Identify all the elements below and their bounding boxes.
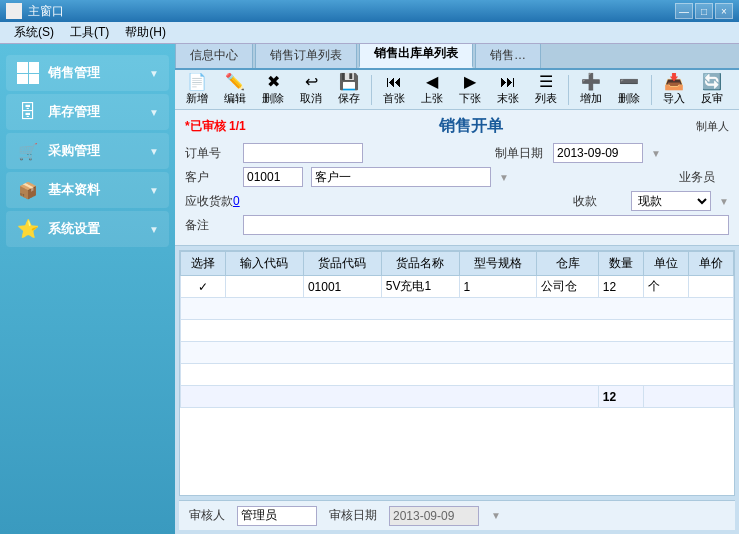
title-bar: 主窗口 — □ × bbox=[0, 0, 739, 22]
payment-select[interactable]: 现款 bbox=[631, 191, 711, 211]
content-inner: 选择 输入代码 货品代码 货品名称 型号规格 仓库 数量 单位 单价 bbox=[175, 246, 739, 534]
col-price: 单价 bbox=[688, 252, 733, 276]
reverse-audit-label: 反审 bbox=[701, 91, 723, 106]
sidebar-label-settings: 系统设置 bbox=[48, 220, 149, 238]
notes-label: 备注 bbox=[185, 217, 235, 234]
data-table-container[interactable]: 选择 输入代码 货品代码 货品名称 型号规格 仓库 数量 单位 单价 bbox=[179, 250, 735, 496]
tab-info-center[interactable]: 信息中心 bbox=[175, 44, 253, 68]
cancel-label: 取消 bbox=[300, 91, 322, 106]
salesperson-label: 业务员 bbox=[679, 169, 729, 186]
footer-area: 审核人 审核日期 ▼ bbox=[179, 500, 735, 530]
next-button[interactable]: ▶ 下张 bbox=[452, 71, 488, 109]
tab-sales-more[interactable]: 销售… bbox=[475, 44, 541, 68]
maximize-button[interactable]: □ bbox=[695, 3, 713, 19]
audit-date-input bbox=[389, 506, 479, 526]
notes-input[interactable] bbox=[243, 215, 729, 235]
auditor-label: 审核人 bbox=[189, 507, 225, 524]
sidebar: 销售管理 ▼ 🗄 库存管理 ▼ 🛒 采购管理 ▼ 📦 基本资料 ▼ bbox=[0, 44, 175, 534]
tab-sales-outbound[interactable]: 销售出库单列表 bbox=[359, 44, 473, 68]
chevron-down-icon-2: ▼ bbox=[149, 107, 159, 118]
main-layout: 销售管理 ▼ 🗄 库存管理 ▼ 🛒 采购管理 ▼ 📦 基本资料 ▼ bbox=[0, 44, 739, 534]
reverse-audit-button[interactable]: 🔄 反审 bbox=[694, 71, 730, 109]
minimize-button[interactable]: — bbox=[675, 3, 693, 19]
form-row-notes: 备注 bbox=[185, 215, 729, 235]
cancel-icon: ↩ bbox=[305, 74, 318, 90]
cell-input-code[interactable] bbox=[226, 276, 304, 298]
close-button[interactable]: × bbox=[715, 3, 733, 19]
chevron-down-icon: ▼ bbox=[149, 68, 159, 79]
edit-icon: ✏️ bbox=[225, 74, 245, 90]
cell-product-code: 01001 bbox=[303, 276, 381, 298]
sidebar-item-inventory[interactable]: 🗄 库存管理 ▼ bbox=[6, 94, 169, 130]
auditor-input[interactable] bbox=[237, 506, 317, 526]
delete-button[interactable]: ✖ 删除 bbox=[255, 71, 291, 109]
edit-label: 编辑 bbox=[224, 91, 246, 106]
tab-sales-order[interactable]: 销售订单列表 bbox=[255, 44, 357, 68]
edit-button[interactable]: ✏️ 编辑 bbox=[217, 71, 253, 109]
chevron-down-icon-3: ▼ bbox=[149, 146, 159, 157]
cell-qty: 12 bbox=[598, 276, 643, 298]
menu-system[interactable]: 系统(S) bbox=[6, 22, 62, 43]
table-summary-row: 12 bbox=[181, 386, 734, 408]
data-table: 选择 输入代码 货品代码 货品名称 型号规格 仓库 数量 单位 单价 bbox=[180, 251, 734, 408]
table-row-empty-3 bbox=[181, 342, 734, 364]
row-add-button[interactable]: ➕ 增加 bbox=[573, 71, 609, 109]
first-label: 首张 bbox=[383, 91, 405, 106]
box-icon: 📦 bbox=[16, 178, 40, 202]
last-button[interactable]: ⏭ 末张 bbox=[490, 71, 526, 109]
sidebar-item-sales[interactable]: 销售管理 ▼ bbox=[6, 55, 169, 91]
star-icon: ⭐ bbox=[16, 217, 40, 241]
row-delete-label: 删除 bbox=[618, 91, 640, 106]
toolbar: 📄 新增 ✏️ 编辑 ✖ 删除 ↩ 取消 💾 保存 ⏮ 首张 bbox=[175, 70, 739, 110]
window-title: 主窗口 bbox=[28, 3, 64, 20]
receivable-text: 应收货款 bbox=[185, 194, 233, 208]
list-button[interactable]: ☰ 列表 bbox=[528, 71, 564, 109]
customer-code-input[interactable] bbox=[243, 167, 303, 187]
last-label: 末张 bbox=[497, 91, 519, 106]
table-row-empty-2 bbox=[181, 320, 734, 342]
col-model: 型号规格 bbox=[459, 252, 537, 276]
sidebar-label-inventory: 库存管理 bbox=[48, 103, 149, 121]
customer-name-input[interactable] bbox=[311, 167, 491, 187]
row-add-label: 增加 bbox=[580, 91, 602, 106]
form-row-customer: 客户 ▼ 业务员 bbox=[185, 167, 729, 187]
menu-tools[interactable]: 工具(T) bbox=[62, 22, 117, 43]
sidebar-item-basic[interactable]: 📦 基本资料 ▼ bbox=[6, 172, 169, 208]
app-icon bbox=[6, 3, 22, 19]
cell-price bbox=[688, 276, 733, 298]
menu-help[interactable]: 帮助(H) bbox=[117, 22, 174, 43]
payment-label: 收款 bbox=[573, 193, 623, 210]
next-label: 下张 bbox=[459, 91, 481, 106]
cell-model: 1 bbox=[459, 276, 537, 298]
import-button[interactable]: 📥 导入 bbox=[656, 71, 692, 109]
form-row-payment: 应收货款0 收款 现款 ▼ bbox=[185, 191, 729, 211]
sidebar-label-sales: 销售管理 bbox=[48, 64, 149, 82]
form-header: *已审核 1/1 销售开单 制单人 bbox=[185, 116, 729, 137]
delete-label: 删除 bbox=[262, 91, 284, 106]
date-label: 制单日期 bbox=[495, 145, 545, 162]
save-button[interactable]: 💾 保存 bbox=[331, 71, 367, 109]
customer-label: 客户 bbox=[185, 169, 235, 186]
audit-date-label: 审核日期 bbox=[329, 507, 377, 524]
form-row-order: 订单号 制单日期 ▼ bbox=[185, 143, 729, 163]
cell-product-name: 5V充电1 bbox=[381, 276, 459, 298]
receivable-link[interactable]: 0 bbox=[233, 194, 240, 208]
col-warehouse: 仓库 bbox=[537, 252, 598, 276]
row-delete-button[interactable]: ➖ 删除 bbox=[611, 71, 647, 109]
sidebar-item-purchase[interactable]: 🛒 采购管理 ▼ bbox=[6, 133, 169, 169]
add-button[interactable]: 📄 新增 bbox=[179, 71, 215, 109]
cell-select[interactable]: ✓ bbox=[181, 276, 226, 298]
order-label: 订单号 bbox=[185, 145, 235, 162]
form-maker-label: 制单人 bbox=[696, 119, 729, 134]
delete-icon: ✖ bbox=[267, 74, 280, 90]
order-input[interactable] bbox=[243, 143, 363, 163]
first-button[interactable]: ⏮ 首张 bbox=[376, 71, 412, 109]
reverse-audit-icon: 🔄 bbox=[702, 74, 722, 90]
col-input-code: 输入代码 bbox=[226, 252, 304, 276]
cancel-button[interactable]: ↩ 取消 bbox=[293, 71, 329, 109]
sidebar-item-settings[interactable]: ⭐ 系统设置 ▼ bbox=[6, 211, 169, 247]
row-delete-icon: ➖ bbox=[619, 74, 639, 90]
col-product-name: 货品名称 bbox=[381, 252, 459, 276]
date-input[interactable] bbox=[553, 143, 643, 163]
prev-button[interactable]: ◀ 上张 bbox=[414, 71, 450, 109]
